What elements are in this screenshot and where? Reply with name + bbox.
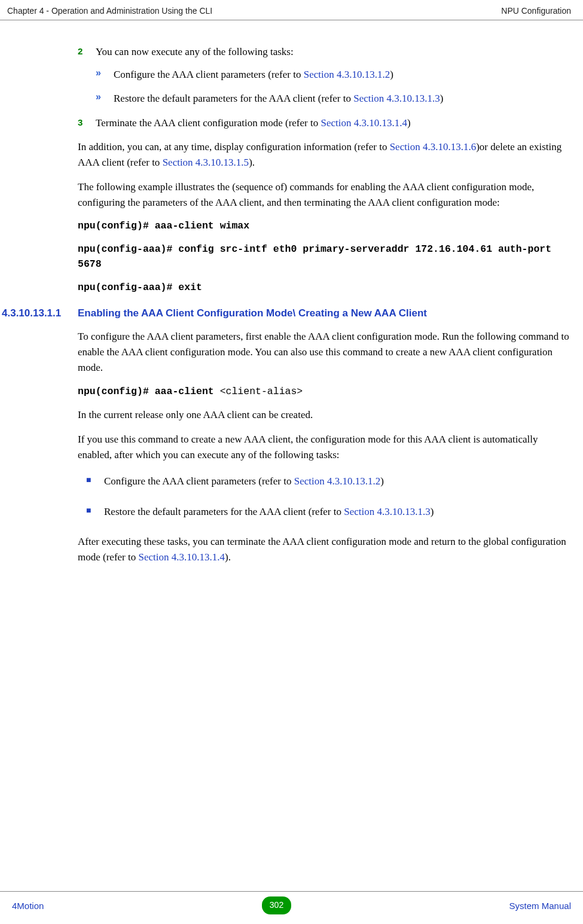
text-run: ) bbox=[407, 117, 411, 129]
step-text: You can now execute any of the following… bbox=[96, 44, 570, 60]
section-link[interactable]: Section 4.3.10.13.1.6 bbox=[390, 141, 477, 153]
chevron-icon: » bbox=[96, 67, 114, 83]
step-text: Terminate the AAA client configuration m… bbox=[96, 115, 570, 131]
page-number-badge: 302 bbox=[262, 896, 291, 914]
paragraph: The following example illustrates the (s… bbox=[78, 179, 570, 211]
section-link[interactable]: Section 4.3.10.13.1.5 bbox=[163, 157, 249, 168]
section-link[interactable]: Section 4.3.10.13.1.3 bbox=[344, 506, 431, 517]
section-link[interactable]: Section 4.3.10.13.1.2 bbox=[294, 475, 381, 487]
paragraph: In addition, you can, at any time, displ… bbox=[78, 139, 570, 171]
list-text: Configure the AAA client parameters (ref… bbox=[104, 474, 570, 489]
running-footer: 4Motion 302 System Manual bbox=[0, 891, 583, 914]
heading-title: Enabling the AAA Client Configuration Mo… bbox=[78, 307, 570, 320]
code-cmd: npu(config)# aaa-client bbox=[78, 386, 220, 397]
step-number: 2 bbox=[78, 44, 96, 60]
header-left: Chapter 4 - Operation and Administration… bbox=[7, 5, 212, 18]
code-block: npu(config)# aaa-client <client-alias> bbox=[78, 385, 570, 400]
step-3: 3 Terminate the AAA client configuration… bbox=[78, 115, 570, 131]
step-number: 3 bbox=[78, 115, 96, 131]
text-run: Restore the default parameters for the A… bbox=[104, 506, 344, 517]
body-content: 2 You can now execute any of the followi… bbox=[0, 20, 583, 566]
text-run: ) bbox=[390, 69, 393, 80]
text-run: Terminate the AAA client configuration m… bbox=[96, 117, 321, 129]
code-block: npu(config-aaa)# exit bbox=[78, 280, 570, 295]
list-item: ■ Restore the default parameters for the… bbox=[86, 504, 570, 520]
code-block: npu(config-aaa)# config src-intf eth0 pr… bbox=[78, 242, 570, 272]
heading-number: 4.3.10.13.1.1 bbox=[2, 307, 78, 320]
chevron-icon: » bbox=[96, 91, 114, 106]
text-run: In addition, you can, at any time, displ… bbox=[78, 141, 390, 153]
section-link[interactable]: Section 4.3.10.13.1.4 bbox=[321, 117, 407, 129]
header-right: NPU Configuration bbox=[501, 5, 571, 18]
footer-right: System Manual bbox=[509, 899, 571, 913]
text-run: Configure the AAA client parameters (ref… bbox=[104, 475, 294, 487]
footer-left: 4Motion bbox=[12, 899, 44, 913]
text-run: ). bbox=[225, 551, 231, 563]
page: Chapter 4 - Operation and Administration… bbox=[0, 0, 583, 924]
running-header: Chapter 4 - Operation and Administration… bbox=[0, 5, 583, 20]
code-block: npu(config)# aaa-client wimax bbox=[78, 219, 570, 234]
text-run: ) bbox=[440, 93, 444, 104]
square-bullet-icon: ■ bbox=[86, 504, 104, 520]
text-run: Restore the default parameters for the A… bbox=[114, 93, 353, 104]
paragraph: If you use this command to create a new … bbox=[78, 432, 570, 463]
paragraph: To configure the AAA client parameters, … bbox=[78, 329, 570, 376]
text-run: ) bbox=[380, 475, 384, 487]
square-bullet-icon: ■ bbox=[86, 474, 104, 489]
section-link[interactable]: Section 4.3.10.13.1.3 bbox=[353, 93, 440, 104]
sub-text: Restore the default parameters for the A… bbox=[114, 91, 570, 106]
step-2: 2 You can now execute any of the followi… bbox=[78, 44, 570, 60]
text-run: Configure the AAA client parameters (ref… bbox=[114, 69, 304, 80]
sub-item: » Restore the default parameters for the… bbox=[96, 91, 570, 106]
paragraph: In the current release only one AAA clie… bbox=[78, 407, 570, 423]
list-text: Restore the default parameters for the A… bbox=[104, 504, 570, 520]
list-item: ■ Configure the AAA client parameters (r… bbox=[86, 474, 570, 489]
text-run: ) bbox=[431, 506, 434, 517]
text-run: ). bbox=[249, 157, 255, 168]
sub-item: » Configure the AAA client parameters (r… bbox=[96, 67, 570, 83]
section-heading: 4.3.10.13.1.1 Enabling the AAA Client Co… bbox=[2, 307, 570, 320]
section-link[interactable]: Section 4.3.10.13.1.4 bbox=[138, 551, 225, 563]
code-arg: <client-alias> bbox=[220, 386, 303, 397]
sub-text: Configure the AAA client parameters (ref… bbox=[114, 67, 570, 83]
section-link[interactable]: Section 4.3.10.13.1.2 bbox=[304, 69, 390, 80]
paragraph: After executing these tasks, you can ter… bbox=[78, 534, 570, 566]
